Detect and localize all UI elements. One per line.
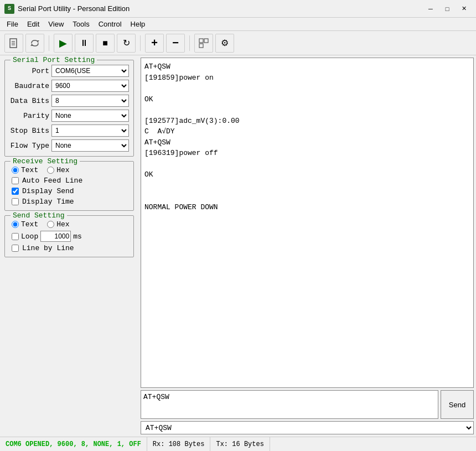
loop-value-input[interactable] — [40, 231, 71, 242]
send-row: AT+QSW Send — [141, 390, 474, 419]
pause-button[interactable]: ⏸ — [75, 34, 94, 53]
stop-button[interactable]: ■ — [96, 34, 115, 53]
svg-rect-6 — [199, 39, 203, 43]
menu-file[interactable]: File — [2, 19, 23, 29]
flowtype-select[interactable]: None — [51, 139, 129, 152]
rx-value: 108 Bytes — [169, 440, 205, 448]
auto-feed-checkbox[interactable] — [12, 177, 19, 184]
app-icon: S — [4, 4, 14, 14]
close-button[interactable]: ✕ — [456, 3, 472, 15]
menu-bar: File Edit View Tools Control Help — [0, 18, 476, 31]
rx-segment: Rx: 108 Bytes — [147, 437, 211, 451]
port-label: Port — [9, 67, 49, 75]
menu-control[interactable]: Control — [94, 19, 126, 29]
main-content: Serial Port Setting Port COM6(USE Baudra… — [0, 55, 476, 437]
loop-mode-button[interactable] — [25, 34, 44, 53]
window-controls: ─ □ ✕ — [423, 3, 472, 15]
send-text-radio[interactable] — [12, 221, 19, 228]
stopbits-select[interactable]: 1 — [51, 125, 129, 137]
rx-label: Rx: — [153, 440, 165, 448]
send-input[interactable]: AT+QSW — [141, 390, 438, 419]
auto-feed-row: Auto Feed Line — [9, 177, 129, 185]
receive-text-label[interactable]: Text — [12, 166, 38, 174]
send-setting-panel: Send Setting Text Hex Loop ms Lin — [4, 215, 134, 257]
stopbits-row: Stop Bits 1 — [9, 125, 129, 137]
send-hex-radio[interactable] — [47, 221, 54, 228]
play-button[interactable]: ▶ — [54, 34, 73, 53]
loop-label: Loop — [21, 232, 38, 241]
serial-port-setting-panel: Serial Port Setting Port COM6(USE Baudra… — [4, 60, 134, 157]
line-by-line-label: Line by Line — [22, 244, 74, 252]
baudrate-row: Baudrate 9600 — [9, 80, 129, 92]
send-setting-title: Send Setting — [11, 211, 67, 220]
line-by-line-row: Line by Line — [9, 244, 129, 252]
receive-setting-panel: Receive Setting Text Hex Auto Feed Line … — [4, 161, 134, 211]
menu-tools[interactable]: Tools — [68, 19, 94, 29]
port-status-segment: COM6 OPENED, 9600, 8, NONE, 1, OFF — [0, 437, 147, 451]
menu-edit[interactable]: Edit — [23, 19, 44, 29]
status-bar: COM6 OPENED, 9600, 8, NONE, 1, OFF Rx: 1… — [0, 437, 476, 451]
display-send-label: Display Send — [22, 187, 74, 195]
send-text-label[interactable]: Text — [12, 220, 38, 229]
settings-button[interactable]: ⚙ — [215, 34, 234, 53]
history-row: AT+QSW — [141, 421, 474, 434]
parity-label: Parity — [9, 112, 49, 120]
title-bar: S Serial Port Utility - Personal Edition… — [0, 0, 476, 18]
display-time-label: Display Time — [22, 198, 74, 206]
toolbar-sep-2 — [140, 35, 141, 51]
baudrate-label: Baudrate — [9, 82, 49, 90]
port-status-text: COM6 OPENED, 9600, 8, NONE, 1, OFF — [6, 440, 141, 448]
menu-view[interactable]: View — [44, 19, 68, 29]
databits-label: Data Bits — [9, 97, 49, 105]
tx-label: Tx: — [216, 440, 228, 448]
output-area[interactable]: AT+QSW [191859]power on OK [192577]adc_m… — [141, 58, 474, 388]
refresh-button[interactable]: ↻ — [117, 34, 136, 53]
display-time-row: Display Time — [9, 198, 129, 206]
send-mode-row: Text Hex — [9, 220, 129, 229]
window-title: Serial Port Utility - Personal Edition — [18, 4, 423, 13]
line-by-line-checkbox[interactable] — [12, 245, 19, 252]
menu-help[interactable]: Help — [126, 19, 150, 29]
receive-mode-row: Text Hex — [9, 166, 129, 174]
add-button[interactable]: + — [145, 34, 164, 53]
flowtype-label: Flow Type — [9, 142, 49, 150]
ms-label: ms — [73, 232, 82, 241]
display-time-checkbox[interactable] — [12, 198, 19, 205]
window-layout-button[interactable] — [194, 34, 213, 53]
port-row: Port COM6(USE — [9, 65, 129, 77]
toolbar-sep-1 — [49, 35, 49, 51]
serial-port-setting-title: Serial Port Setting — [11, 56, 97, 64]
loop-row: Loop ms — [9, 231, 129, 242]
port-select[interactable]: COM6(USE — [51, 65, 129, 77]
databits-select[interactable]: 8 — [51, 95, 129, 107]
receive-hex-label[interactable]: Hex — [47, 166, 69, 174]
svg-rect-8 — [199, 44, 203, 48]
toolbar: ▶ ⏸ ■ ↻ + − ⚙ — [0, 31, 476, 55]
remove-button[interactable]: − — [166, 34, 185, 53]
left-panel: Serial Port Setting Port COM6(USE Baudra… — [0, 55, 138, 437]
databits-row: Data Bits 8 — [9, 95, 129, 107]
send-hex-label[interactable]: Hex — [47, 220, 69, 229]
tx-segment: Tx: 16 Bytes — [210, 437, 270, 451]
maximize-button[interactable]: □ — [439, 3, 455, 15]
minimize-button[interactable]: ─ — [423, 3, 438, 15]
parity-select[interactable]: None — [51, 110, 129, 122]
new-button[interactable] — [4, 34, 23, 53]
display-send-checkbox[interactable] — [12, 188, 19, 195]
send-button[interactable]: Send — [441, 390, 474, 419]
parity-row: Parity None — [9, 110, 129, 122]
right-panel: AT+QSW [191859]power on OK [192577]adc_m… — [138, 55, 476, 437]
new-icon — [9, 38, 19, 48]
loop-icon — [30, 38, 40, 48]
baudrate-select[interactable]: 9600 — [51, 80, 129, 92]
auto-feed-label: Auto Feed Line — [22, 177, 82, 185]
history-select[interactable]: AT+QSW — [141, 421, 474, 434]
window-layout-icon — [199, 38, 209, 48]
loop-checkbox[interactable] — [12, 233, 19, 240]
receive-text-radio[interactable] — [12, 167, 19, 174]
receive-setting-title: Receive Setting — [11, 157, 80, 165]
display-send-row: Display Send — [9, 187, 129, 195]
flowtype-row: Flow Type None — [9, 139, 129, 152]
receive-hex-radio[interactable] — [47, 167, 54, 174]
svg-rect-7 — [204, 39, 208, 43]
